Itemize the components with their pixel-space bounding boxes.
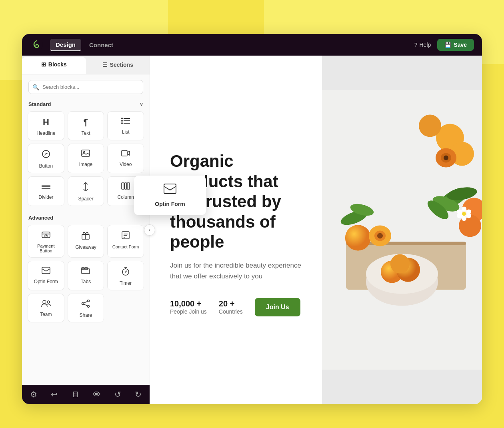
tabs-icon bbox=[81, 267, 90, 276]
join-us-button[interactable]: Join Us bbox=[255, 298, 300, 316]
svg-point-9 bbox=[83, 151, 85, 153]
block-item-image[interactable]: Image bbox=[68, 144, 104, 173]
list-icon bbox=[121, 117, 130, 126]
search-container: 🔍 bbox=[22, 74, 150, 100]
standard-section-label: Standard ∨ bbox=[22, 100, 150, 111]
search-wrapper: 🔍 bbox=[28, 80, 143, 94]
hero-image-illustration bbox=[322, 56, 482, 404]
block-item-contact-form[interactable]: Contact Form bbox=[107, 225, 144, 258]
svg-point-5 bbox=[121, 120, 123, 122]
blocks-tab-icon: ⊞ bbox=[41, 61, 46, 68]
block-item-video[interactable]: Video bbox=[107, 144, 144, 173]
svg-point-4 bbox=[121, 118, 123, 119]
tab-blocks[interactable]: ⊞ Blocks bbox=[22, 57, 86, 74]
block-item-list[interactable]: List bbox=[107, 111, 144, 140]
svg-point-76 bbox=[462, 212, 466, 216]
stat-people-label: People Join us bbox=[170, 308, 207, 315]
payment-button-icon bbox=[42, 231, 50, 241]
block-item-team[interactable]: Team bbox=[28, 294, 64, 322]
svg-point-73 bbox=[462, 216, 466, 221]
button-icon bbox=[42, 150, 50, 160]
svg-point-37 bbox=[88, 306, 90, 308]
stat-countries-label: Countries bbox=[219, 308, 243, 315]
svg-rect-22 bbox=[122, 232, 129, 239]
block-item-optin-form[interactable]: Optin Form bbox=[28, 261, 64, 290]
stat-people-number: 10,000 + bbox=[170, 299, 207, 308]
svg-rect-26 bbox=[42, 267, 50, 274]
block-item-giveaway[interactable]: Giveaway bbox=[68, 225, 104, 258]
redo-icon[interactable]: ↻ bbox=[135, 390, 142, 399]
stat-people: 10,000 + People Join us bbox=[170, 299, 207, 315]
contact-form-icon bbox=[121, 231, 130, 242]
svg-point-72 bbox=[466, 214, 471, 218]
settings-icon[interactable]: ⚙ bbox=[30, 390, 37, 399]
block-item-headline[interactable]: H Headline bbox=[28, 111, 64, 140]
svg-rect-8 bbox=[82, 150, 90, 156]
optin-form-icon bbox=[42, 267, 50, 276]
hero-image bbox=[322, 56, 482, 404]
save-icon: 💾 bbox=[444, 42, 451, 48]
undo-icon[interactable]: ↺ bbox=[114, 390, 121, 399]
content-area: ⊞ Blocks ☰ Sections 🔍 Standard ∨ bbox=[22, 56, 482, 404]
svg-point-70 bbox=[462, 207, 466, 212]
history-icon[interactable]: ↩ bbox=[51, 390, 58, 399]
block-item-spacer[interactable]: Spacer bbox=[68, 176, 104, 206]
standard-blocks-grid: H Headline ¶ Text bbox=[22, 111, 150, 212]
spacer-icon bbox=[82, 182, 89, 193]
svg-point-33 bbox=[125, 272, 126, 273]
top-bar: Design Connect ? Help 💾 Save bbox=[22, 34, 482, 56]
chevron-down-icon: ∨ bbox=[140, 102, 143, 107]
block-item-divider[interactable]: Divider bbox=[28, 176, 64, 206]
svg-point-38 bbox=[82, 303, 84, 305]
optin-tooltip-icon bbox=[164, 184, 176, 197]
search-input[interactable] bbox=[28, 80, 143, 94]
svg-point-75 bbox=[457, 210, 462, 214]
sidebar: ⊞ Blocks ☰ Sections 🔍 Standard ∨ bbox=[22, 56, 150, 404]
hero-section: Organic Products that are trusted by tho… bbox=[150, 56, 482, 404]
svg-rect-16 bbox=[125, 183, 127, 189]
block-item-share[interactable]: Share bbox=[68, 294, 104, 322]
divider-icon bbox=[42, 182, 50, 192]
svg-rect-17 bbox=[127, 183, 130, 189]
timer-icon bbox=[122, 267, 130, 278]
svg-point-53 bbox=[345, 225, 371, 251]
headline-icon: H bbox=[43, 117, 49, 128]
sidebar-bottom-toolbar: ⚙ ↩ 🖥 👁 ↺ ↻ bbox=[22, 385, 150, 404]
help-button[interactable]: ? Help bbox=[414, 42, 431, 48]
block-item-button[interactable]: Button bbox=[28, 144, 64, 173]
hero-subtitle: Join us for the incredible beauty experi… bbox=[170, 260, 302, 282]
design-nav-btn[interactable]: Design bbox=[50, 39, 81, 51]
preview-icon[interactable]: 👁 bbox=[93, 390, 101, 399]
stat-countries-number: 20 + bbox=[219, 299, 243, 308]
tab-sections[interactable]: ☰ Sections bbox=[86, 56, 150, 74]
top-bar-nav: Design Connect bbox=[50, 39, 119, 51]
search-icon: 🔍 bbox=[32, 84, 39, 90]
svg-point-34 bbox=[43, 300, 46, 304]
top-bar-right: ? Help 💾 Save bbox=[414, 39, 474, 51]
help-icon: ? bbox=[414, 42, 418, 48]
sections-tab-icon: ☰ bbox=[102, 62, 108, 68]
sidebar-tabs: ⊞ Blocks ☰ Sections bbox=[22, 56, 150, 74]
svg-point-62 bbox=[444, 156, 448, 160]
advanced-section-label: Advanced bbox=[22, 212, 150, 225]
team-icon bbox=[41, 300, 51, 309]
desktop-icon[interactable]: 🖥 bbox=[71, 390, 79, 399]
block-item-tabs[interactable]: Tabs bbox=[68, 261, 104, 290]
block-item-payment-button[interactable]: Payment Button bbox=[28, 225, 64, 258]
column-icon bbox=[121, 182, 130, 192]
block-item-text[interactable]: ¶ Text bbox=[68, 111, 104, 140]
hero-content: Organic Products that are trusted by tho… bbox=[150, 56, 322, 404]
block-item-timer[interactable]: Timer bbox=[107, 261, 144, 290]
stat-countries: 20 + Countries bbox=[219, 299, 243, 315]
svg-point-58 bbox=[419, 115, 441, 137]
save-button[interactable]: 💾 Save bbox=[437, 39, 474, 51]
collapse-sidebar-button[interactable]: ‹ bbox=[144, 224, 155, 236]
svg-rect-41 bbox=[164, 184, 176, 194]
svg-point-35 bbox=[47, 301, 50, 303]
svg-point-51 bbox=[390, 254, 410, 274]
video-icon bbox=[121, 150, 130, 159]
svg-point-6 bbox=[121, 122, 123, 124]
text-icon: ¶ bbox=[84, 117, 88, 128]
svg-point-7 bbox=[42, 150, 50, 158]
connect-nav-btn[interactable]: Connect bbox=[84, 39, 119, 51]
